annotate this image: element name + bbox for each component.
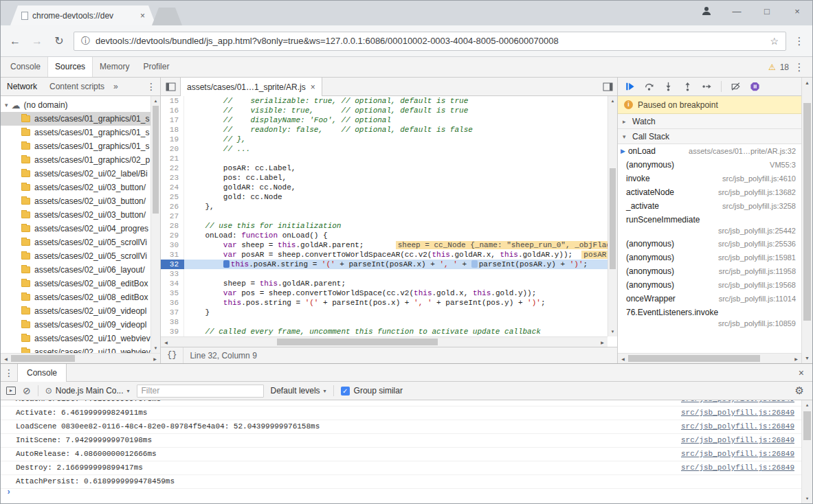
file-tree-item[interactable]: assets/cases/01_graphics/01_s [1, 126, 160, 139]
tab-content-scripts[interactable]: Content scripts [43, 82, 111, 91]
console-source-link[interactable]: src/jsb_polyfill.js:26849 [681, 435, 794, 446]
console-vertical-scrollbar[interactable]: ▲ ▼ [801, 400, 812, 503]
console-sidebar-icon[interactable]: ▸ [6, 387, 16, 395]
minimize-button[interactable]: — [722, 6, 752, 16]
file-tree-item[interactable]: assets/cases/02_ui/04_progres [1, 222, 160, 236]
devtools-menu-icon[interactable]: ⋮ [793, 61, 805, 73]
file-tree-item[interactable]: assets/cases/02_ui/06_layout/ [1, 263, 160, 277]
line-number[interactable]: 30 [161, 240, 184, 250]
file-tree-item[interactable]: assets/cases/02_ui/02_label/Bi [1, 167, 160, 181]
warning-icon[interactable]: ⚠ [768, 62, 776, 72]
line-number[interactable]: 28 [161, 221, 184, 231]
file-tree-item[interactable]: assets/cases/02_ui/03_button/ [1, 181, 160, 194]
file-tree-item[interactable]: assets/cases/02_ui/10_webviev [1, 332, 160, 345]
line-number[interactable]: 39 [161, 327, 184, 336]
pretty-print-button[interactable]: {} [161, 347, 183, 363]
line-number[interactable]: 32 [161, 260, 184, 269]
file-tree-item[interactable]: assets/cases/02_ui/09_videopl [1, 304, 160, 318]
execution-marker-icon[interactable] [471, 260, 478, 268]
file-tree-item[interactable]: assets/cases/02_ui/03_button/ [1, 208, 160, 222]
file-tree-item[interactable]: assets/cases/02_ui/08_editBox [1, 277, 160, 290]
drawer-menu-icon[interactable]: ⋮ [1, 364, 17, 381]
file-tab-close-icon[interactable]: × [311, 82, 315, 92]
log-levels-selector[interactable]: Default levels ▾ [271, 386, 326, 396]
line-number[interactable]: 31 [161, 250, 184, 260]
toggle-debugger-sidebar-icon[interactable] [598, 78, 617, 95]
pause-on-exceptions-button[interactable] [750, 82, 760, 91]
close-window-button[interactable]: × [782, 6, 812, 16]
bookmark-star-icon[interactable]: ☆ [770, 36, 779, 47]
console-source-link[interactable]: src/jsb_polyfill.js:26849 [681, 408, 794, 418]
deactivate-breakpoints-button[interactable] [731, 82, 741, 91]
watch-section-header[interactable]: ▸ Watch [618, 114, 801, 129]
tab-sources-panel[interactable]: Sources [47, 57, 93, 77]
resume-button[interactable] [625, 82, 635, 91]
call-stack-frame[interactable]: runSceneImmediatesrc/jsb_polyfill.js:254… [618, 213, 801, 237]
editor-horizontal-scrollbar[interactable]: ◀ ▶ [161, 336, 608, 347]
navigator-horizontal-scrollbar[interactable]: ◀ ▶ [1, 353, 160, 363]
file-tree-item[interactable]: assets/cases/02_ui/05_scrollVi [1, 236, 160, 249]
execution-marker-icon[interactable] [223, 260, 230, 268]
tab-network[interactable]: Network [1, 82, 43, 91]
call-stack-frame[interactable]: (anonymous)VM55:3 [618, 158, 801, 172]
file-tree-item[interactable]: assets/cases/02_ui/03_button/ [1, 194, 160, 208]
call-stack-frame[interactable]: onceWrappersrc/jsb_polyfill.js:11014 [618, 292, 801, 306]
execution-context-selector[interactable]: ⊙ Node.js Main Co... ▾ [45, 386, 130, 396]
maximize-button[interactable]: □ [752, 6, 782, 16]
line-number[interactable]: 16 [161, 106, 184, 115]
tabs-overflow-icon[interactable]: » [111, 82, 121, 91]
console-source-link[interactable]: src/jsb_polyfill.js:26849 [681, 449, 794, 459]
code-editor[interactable]: 15 // serializable: true, // optional, d… [161, 96, 617, 347]
line-number[interactable]: 26 [161, 202, 184, 211]
line-number[interactable]: 34 [161, 279, 184, 288]
page-info-icon[interactable]: ⓘ [81, 35, 90, 47]
debugger-horizontal-scrollbar[interactable]: ◀ ▶ [618, 353, 801, 363]
url-text[interactable]: devtools://devtools/bundled/js_app.html?… [96, 36, 764, 46]
console-source-link[interactable]: src/jsb_polyfill.js:26849 [681, 463, 794, 473]
navigator-vertical-scrollbar[interactable]: ▲ ▼ [151, 96, 160, 353]
forward-icon[interactable]: → [30, 35, 45, 47]
drawer-tab-console[interactable]: Console [17, 364, 67, 382]
line-number[interactable]: 24 [161, 183, 184, 192]
line-number[interactable]: 19 [161, 135, 184, 144]
warning-count[interactable]: 18 [780, 62, 789, 72]
navigator-menu-icon[interactable]: ⋮ [142, 81, 160, 92]
console-source-link[interactable]: src/jsb_polyfill.js:26849 [681, 400, 794, 404]
line-number[interactable]: 38 [161, 317, 184, 327]
back-icon[interactable]: ← [8, 35, 23, 47]
line-number[interactable]: 17 [161, 115, 184, 125]
console-prompt[interactable]: › [1, 486, 801, 499]
line-number[interactable]: 27 [161, 211, 184, 221]
editor-vertical-scrollbar[interactable]: ▲ ▼ [608, 96, 617, 336]
tab-console-panel[interactable]: Console [3, 57, 47, 77]
console-settings-gear-icon[interactable]: ⚙ [795, 385, 807, 397]
main-vertical-scrollbar[interactable]: ▲ ▼ [801, 78, 812, 363]
call-stack-frame[interactable]: _activatesrc/jsb_polyfill.js:3258 [618, 199, 801, 213]
file-tree-item[interactable]: assets/cases/02_ui/05_scrollVi [1, 249, 160, 263]
line-number[interactable]: 22 [161, 163, 184, 173]
step-over-button[interactable] [644, 82, 654, 91]
console-source-link[interactable]: src/jsb_polyfill.js:26849 [681, 422, 794, 432]
file-tree-item[interactable]: assets/cases/01_graphics/01_s [1, 139, 160, 153]
line-number[interactable]: 23 [161, 173, 184, 183]
file-tree-item[interactable]: assets/cases/02_ui/08_editBox [1, 290, 160, 304]
line-number[interactable]: 36 [161, 298, 184, 308]
browser-tab[interactable]: chrome-devtools://dev × [10, 5, 156, 25]
tab-profiler-panel[interactable]: Profiler [136, 57, 176, 77]
line-number[interactable]: 33 [161, 269, 184, 279]
file-tree-item[interactable]: assets/cases/01_graphics/01_s [1, 112, 160, 126]
line-number[interactable]: 35 [161, 288, 184, 298]
call-stack-frame[interactable]: invokesrc/jsb_polyfill.js:4610 [618, 172, 801, 185]
tab-memory-panel[interactable]: Memory [93, 57, 136, 77]
drawer-close-icon[interactable]: × [790, 364, 812, 381]
file-tree-item[interactable]: assets/cases/02_ui/10_webviev [1, 345, 160, 353]
step-button[interactable] [702, 82, 712, 91]
file-tree-item[interactable]: assets/cases/02_ui/09_videopl [1, 318, 160, 332]
line-number[interactable]: 25 [161, 192, 184, 202]
call-stack-frame[interactable]: (anonymous)src/jsb_polyfill.js:11958 [618, 264, 801, 278]
reload-icon[interactable]: ↻ [52, 34, 67, 47]
call-stack-frame[interactable]: ▶onLoadassets/cases/01…prite/AR.js:32 [618, 144, 801, 158]
checkbox-checked-icon[interactable]: ✓ [341, 387, 350, 396]
tree-domain-row[interactable]: ▾ ☁ (no domain) [1, 98, 160, 112]
line-number[interactable]: 15 [161, 96, 184, 106]
